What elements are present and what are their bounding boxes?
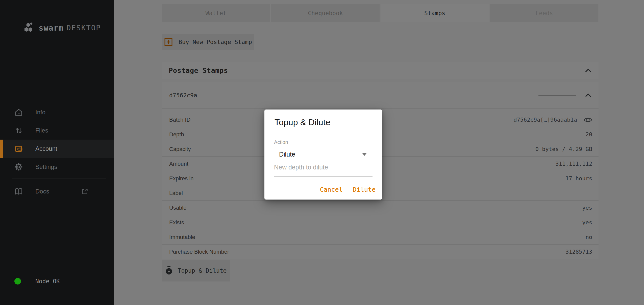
sidebar-item-account[interactable]: Account (0, 140, 114, 158)
sidebar-item-settings[interactable]: Settings (0, 158, 114, 176)
dialog-title: Topup & Dilute (275, 117, 372, 128)
dilute-button[interactable]: Dilute (353, 186, 376, 193)
caret-down-icon (362, 153, 367, 156)
gear-icon (14, 163, 23, 171)
dialog-actions: Cancel Dilute (264, 186, 382, 193)
sidebar-item-label: Account (35, 145, 57, 152)
cancel-button[interactable]: Cancel (320, 186, 342, 193)
book-icon (14, 187, 23, 196)
home-icon (14, 108, 23, 117)
brand-name: swarm (39, 23, 63, 32)
transfer-arrows-icon (14, 126, 23, 135)
sidebar-item-label: Settings (35, 163, 57, 170)
app-window: swarm DESKTOP Info (0, 0, 644, 305)
action-label: Action (274, 139, 373, 145)
action-select-value: Dilute (279, 151, 295, 158)
wallet-icon (14, 144, 23, 153)
sidebar-nav: Info Files (0, 103, 114, 201)
sidebar-divider (12, 179, 106, 179)
swarm-logo: swarm DESKTOP (23, 22, 101, 34)
sidebar-item-label: Docs (35, 188, 49, 195)
sidebar-item-docs[interactable]: Docs (0, 182, 114, 201)
node-status: Node OK (0, 275, 114, 305)
sidebar-item-files[interactable]: Files (0, 121, 114, 140)
node-status-dot (14, 278, 21, 285)
product-name: DESKTOP (66, 24, 101, 32)
sidebar-item-info[interactable]: Info (0, 103, 114, 121)
action-select[interactable]: Dilute (274, 149, 373, 160)
new-depth-input[interactable] (274, 164, 373, 177)
node-status-label: Node OK (35, 278, 60, 285)
topup-dilute-dialog: Topup & Dilute Action Dilute Cancel Dilu… (264, 110, 382, 200)
external-link-icon (81, 188, 88, 195)
sidebar: swarm DESKTOP Info (0, 0, 114, 305)
swarm-logo-icon (23, 22, 35, 34)
sidebar-item-label: Files (35, 127, 48, 134)
sidebar-item-label: Info (35, 109, 45, 116)
